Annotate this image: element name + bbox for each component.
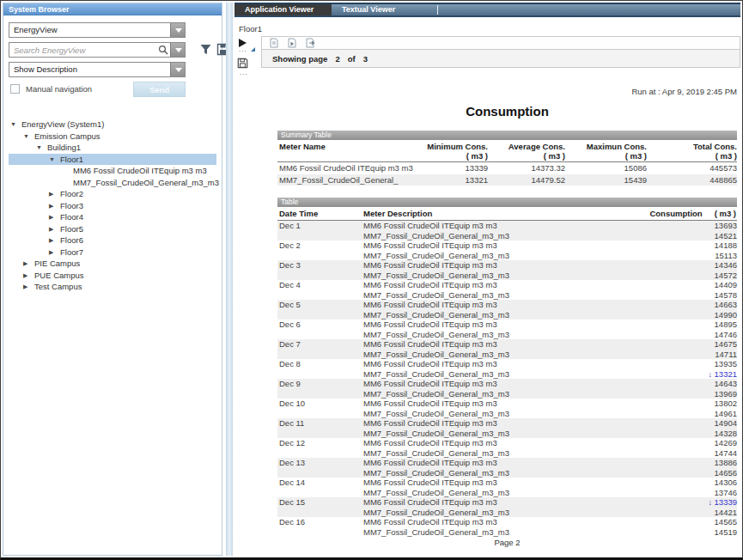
search-input[interactable] xyxy=(9,43,154,57)
detail-meter-description: MM6 Fossil CrudeOil ITEquip m3 m3 xyxy=(363,359,677,369)
run-report-button[interactable]: ... xyxy=(237,39,256,52)
report-export-icon[interactable] xyxy=(306,38,316,48)
tree-item[interactable]: MM7_Fossil_CrudeOil_General_m3_m3 xyxy=(9,177,216,189)
tree-item[interactable]: MM6 Fossil CrudeOil ITEquip m3 m3 xyxy=(9,165,216,177)
description-selector[interactable]: Show Description xyxy=(9,62,186,77)
detail-date: Dec 6 xyxy=(277,320,363,330)
detail-date xyxy=(277,330,363,340)
tree-item[interactable]: ▼Emission Campus xyxy=(9,131,216,143)
detail-row: Dec 7MM6 Fossil CrudeOil ITEquip m3 m314… xyxy=(277,339,737,350)
report-toolbar xyxy=(261,36,740,50)
detail-meter-description: MM6 Fossil CrudeOil ITEquip m3 m3 xyxy=(363,280,677,290)
detail-date xyxy=(277,369,363,380)
detail-meter-description: MM6 Fossil CrudeOil ITEquip m3 m3 xyxy=(363,260,677,271)
detail-date: Dec 14 xyxy=(277,478,363,488)
report-page-icon[interactable] xyxy=(270,38,278,48)
col-consumption: Consumption xyxy=(649,209,702,218)
detail-consumption-value: 14990 xyxy=(677,310,737,320)
app-window: System Browser EnergyView xyxy=(0,0,743,560)
detail-date xyxy=(277,429,363,439)
tree-item-label: Test Campus xyxy=(34,281,82,293)
detail-row: MM7_Fossil_CrudeOil_General_m3_m314990 xyxy=(277,310,737,320)
tree-item[interactable]: ▶Floor4 xyxy=(9,211,216,223)
tab-application-viewer[interactable]: Application Viewer xyxy=(234,4,332,15)
detail-consumption-value: 13935 xyxy=(677,359,737,369)
tree-item-label: Building1 xyxy=(47,142,81,154)
detail-date xyxy=(277,468,363,478)
expanded-arrow-icon[interactable]: ▼ xyxy=(23,131,34,143)
chevron-down-icon[interactable] xyxy=(170,23,185,37)
detail-consumption-value: 14711 xyxy=(677,350,737,360)
collapsed-arrow-icon[interactable]: ▶ xyxy=(49,247,60,259)
collapsed-arrow-icon[interactable]: ▶ xyxy=(49,200,60,212)
detail-date xyxy=(277,271,363,281)
tree-item[interactable]: ▼Floor1 xyxy=(9,154,216,166)
send-button[interactable]: Send xyxy=(133,82,186,97)
detail-consumption-value: 14656 xyxy=(677,468,737,478)
search-icon[interactable] xyxy=(158,45,168,55)
summary-table-section-bar: Summary Table xyxy=(277,131,737,140)
tree-item[interactable]: ▶PUE Campus xyxy=(9,270,216,282)
save-report-button[interactable]: ... xyxy=(237,58,256,75)
filter-icon[interactable] xyxy=(199,43,212,56)
summary-col-header: Total Cons.( m3 ) xyxy=(647,142,737,161)
tree-item-label: EnergyView (System1) xyxy=(21,119,104,131)
chevron-down-icon[interactable] xyxy=(170,63,185,76)
tree-item-label: Emission Campus xyxy=(34,131,100,143)
detail-consumption-value: 13802 xyxy=(677,399,737,409)
collapsed-arrow-icon[interactable]: ▶ xyxy=(23,270,34,282)
collapsed-arrow-icon[interactable]: ▶ xyxy=(49,234,60,247)
report-play-page-icon[interactable] xyxy=(288,38,296,48)
tree-item[interactable]: ▶Floor6 xyxy=(9,234,216,247)
detail-row: Dec 11MM6 Fossil CrudeOil ITEquip m3 m31… xyxy=(277,418,737,429)
collapsed-arrow-icon[interactable]: ▶ xyxy=(23,258,34,270)
expanded-arrow-icon[interactable]: ▼ xyxy=(10,119,21,131)
view-selector[interactable]: EnergyView xyxy=(9,22,186,38)
detail-row: Dec 1MM6 Fossil CrudeOil ITEquip m3 m313… xyxy=(277,221,737,231)
viewer-tab-bar: Application Viewer Textual Viewer xyxy=(234,3,740,17)
detail-consumption-value: 14663 xyxy=(677,300,737,310)
detail-meter-description: MM7_Fossil_CrudeOil_General_m3_m3 xyxy=(363,409,677,419)
panel-splitter[interactable] xyxy=(226,3,233,556)
detail-row: Dec 4MM6 Fossil CrudeOil ITEquip m3 m314… xyxy=(277,280,737,290)
tree-item[interactable]: ▼Building1 xyxy=(9,142,216,154)
summary-row: MM6 Fossil CrudeOil ITEquip m3 m31333914… xyxy=(277,162,737,174)
search-dropdown-icon[interactable] xyxy=(170,43,185,57)
detail-consumption-value: 14521 xyxy=(677,231,737,241)
detail-meter-description: MM7_Fossil_CrudeOil_General_m3_m3 xyxy=(363,330,677,340)
manual-navigation-label: Manual navigation xyxy=(26,84,92,94)
collapsed-arrow-icon[interactable]: ▶ xyxy=(49,223,60,235)
detail-date: Dec 8 xyxy=(277,359,363,369)
tree-item[interactable]: ▶PIE Campus xyxy=(9,258,216,270)
tree-item[interactable]: ▶Floor7 xyxy=(9,247,216,259)
detail-table-section-bar: Table xyxy=(277,198,737,207)
detail-row: Dec 12MM6 Fossil CrudeOil ITEquip m3 m31… xyxy=(277,438,737,448)
detail-consumption-value: 14306 xyxy=(677,478,737,488)
tree-item[interactable]: ▼EnergyView (System1) xyxy=(9,119,216,131)
tab-textual-viewer[interactable]: Textual Viewer xyxy=(332,4,429,15)
expand-corner-icon xyxy=(251,47,255,52)
manual-navigation-checkbox[interactable] xyxy=(10,84,20,94)
collapsed-arrow-icon[interactable]: ▶ xyxy=(49,188,60,200)
summary-value: 448865 xyxy=(647,175,737,186)
detail-meter-description: MM6 Fossil CrudeOil ITEquip m3 m3 xyxy=(363,478,677,488)
search-box xyxy=(9,42,186,58)
collapsed-arrow-icon[interactable]: ▶ xyxy=(23,281,34,293)
expanded-arrow-icon[interactable]: ▼ xyxy=(36,142,47,154)
detail-date: Dec 13 xyxy=(277,458,363,468)
detail-date: Dec 1 xyxy=(277,221,363,231)
detail-date: Dec 3 xyxy=(277,260,363,271)
collapsed-arrow-icon[interactable]: ▶ xyxy=(49,211,60,223)
tree-item[interactable]: ▶Floor3 xyxy=(9,200,216,212)
detail-row: Dec 13MM6 Fossil CrudeOil ITEquip m3 m31… xyxy=(277,458,737,468)
detail-meter-description: MM7_Fossil_CrudeOil_General_m3_m3 xyxy=(363,527,677,538)
detail-row: MM7_Fossil_CrudeOil_General_m3_m315113 xyxy=(277,251,737,261)
summary-col-header: Meter Name xyxy=(277,142,415,161)
detail-meter-description: MM6 Fossil CrudeOil ITEquip m3 m3 xyxy=(363,221,677,231)
tree-item[interactable]: ▶Test Campus xyxy=(9,281,216,293)
summary-col-header: Average Cons.( m3 ) xyxy=(488,142,565,161)
expanded-arrow-icon[interactable]: ▼ xyxy=(49,154,60,166)
tree-item[interactable]: ▶Floor2 xyxy=(9,188,216,200)
tree-item[interactable]: ▶Floor5 xyxy=(9,223,216,235)
detail-date xyxy=(277,409,363,419)
